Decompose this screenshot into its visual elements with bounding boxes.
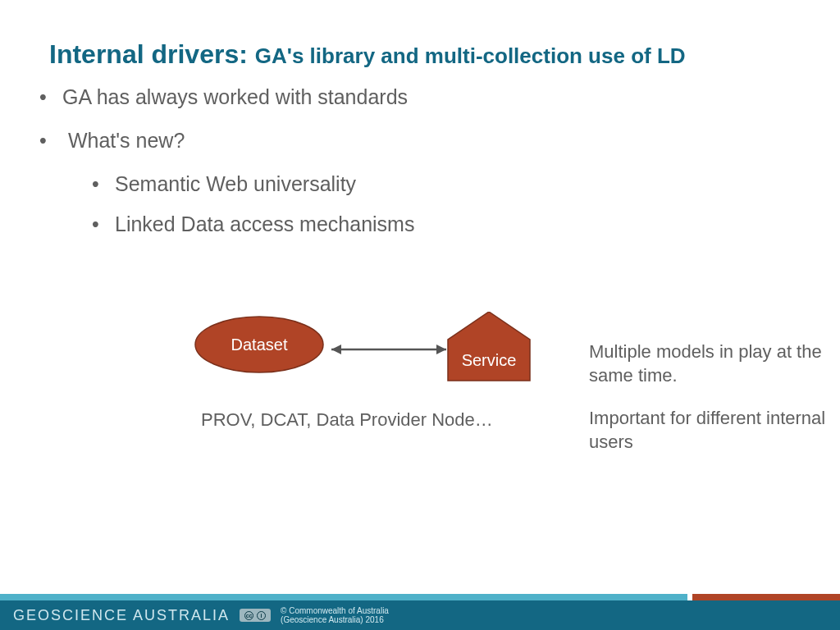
sub-bullet-list: Semantic Web universality Linked Data ac… (115, 172, 414, 236)
title-sub: GA's library and multi-collection use of… (255, 43, 686, 68)
bullet-list: GA has always worked with standards What… (62, 85, 414, 256)
footer-main-bar: GEOSCIENCE AUSTRALIA cc i © Commonwealth… (0, 600, 840, 630)
sub-bullet-item: Linked Data access mechanisms (115, 212, 414, 236)
side-note-2: Important for different internal users (589, 407, 840, 454)
copyright-line2: (Geoscience Australia) 2016 (281, 615, 384, 624)
footer: GEOSCIENCE AUSTRALIA cc i © Commonwealth… (0, 594, 840, 630)
cc-circle: cc (244, 611, 253, 620)
bullet-text: What's new? (68, 129, 185, 152)
cc-by-circle: i (257, 611, 266, 620)
service-node (448, 312, 530, 381)
footer-copyright: © Commonwealth of Australia (Geoscience … (281, 606, 389, 624)
slide: Internal drivers: GA's library and multi… (0, 0, 840, 630)
accent-teal (0, 594, 687, 600)
service-label: Service (462, 351, 517, 369)
arrow-right-icon (436, 345, 446, 354)
footer-org: GEOSCIENCE AUSTRALIA (13, 607, 230, 624)
arrow-left-icon (331, 345, 341, 354)
copyright-line1: © Commonwealth of Australia (281, 606, 389, 615)
side-note-1: Multiple models in play at the same time… (589, 340, 840, 387)
bullet-item: GA has always worked with standards (62, 85, 414, 109)
slide-title: Internal drivers: GA's library and multi… (49, 39, 686, 70)
sub-bullet-item: Semantic Web universality (115, 172, 414, 196)
accent-rust (692, 594, 840, 600)
title-main: Internal drivers: (49, 39, 255, 69)
dataset-label: Dataset (231, 336, 288, 354)
bullet-item: What's new? Semantic Web universality Li… (62, 129, 414, 236)
cc-badge-icon: cc i (240, 609, 271, 622)
diagram: Dataset Service (194, 312, 555, 402)
diagram-caption: PROV, DCAT, Data Provider Node… (201, 409, 493, 431)
footer-accent-bar (0, 594, 840, 600)
